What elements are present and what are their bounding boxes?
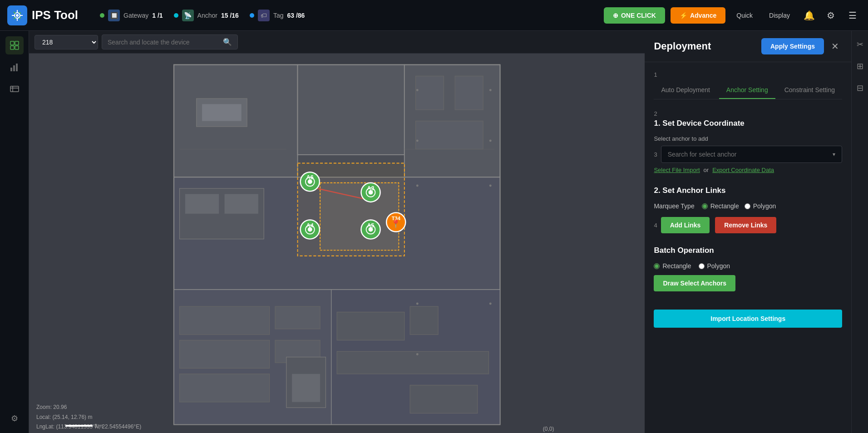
local-label: Local:	[36, 414, 51, 420]
tab-auto-deployment[interactable]: Auto Deployment	[654, 82, 717, 99]
floor-select[interactable]: 218	[35, 35, 98, 49]
batch-operation-title: Batch Operation	[654, 246, 842, 255]
zoom-status: Zoom: 20.96	[36, 403, 141, 413]
set-anchor-links-section: 2. Set Anchor Links Marquee Type Rectang…	[654, 186, 842, 233]
quick-button[interactable]: Quick	[731, 8, 758, 23]
device-stats: 🔲 Gateway 1 /1 📡 Anchor 15 /16 🏷 Tag 63 …	[100, 10, 593, 21]
svg-point-72	[489, 303, 492, 305]
step-4-indicator: 4	[654, 222, 657, 229]
polygon-radio-option[interactable]: Polygon	[745, 202, 776, 210]
bell-icon[interactable]: 🔔	[801, 7, 817, 24]
close-panel-button[interactable]: ✕	[828, 39, 842, 54]
svg-rect-35	[410, 385, 478, 413]
step-3-indicator: 3	[654, 151, 657, 158]
draw-select-anchors-button[interactable]: Draw Select Anchors	[654, 275, 735, 291]
gateway-label: Gateway	[123, 12, 148, 19]
batch-radio-row: Rectangle Polygon	[654, 262, 842, 270]
map-canvas[interactable]: A6 A3 A4 A5 T34	[29, 54, 645, 433]
batch-polygon-radio-option[interactable]: Polygon	[699, 262, 730, 270]
set-device-coordinate-section: 2 1. Set Device Coordinate Select anchor…	[654, 110, 842, 173]
batch-polygon-radio[interactable]	[699, 263, 705, 269]
section1-title: 1. Set Device Coordinate	[654, 119, 842, 128]
sidebar-map-button[interactable]	[5, 36, 24, 54]
logo-area: IPS Tool	[7, 5, 89, 25]
step-1-indicator: 1	[654, 71, 842, 78]
svg-rect-18	[202, 104, 242, 121]
polygon-radio[interactable]	[745, 203, 750, 209]
right-panel-container: Deployment Apply Settings ✕ 1 Auto Deplo…	[645, 31, 868, 433]
svg-rect-8	[16, 64, 18, 71]
origin-coords: (0,0)	[543, 426, 554, 432]
tab-constraint-setting[interactable]: Constraint Setting	[777, 82, 842, 99]
svg-rect-22	[185, 194, 219, 214]
panel-title: Deployment	[654, 40, 711, 52]
rectangle-radio[interactable]	[702, 203, 708, 209]
advance-icon: ⚡	[680, 12, 687, 19]
anchor-search-dropdown[interactable]: ▾	[661, 146, 842, 163]
panel-body: 1 Auto Deployment Anchor Setting Constra…	[645, 62, 851, 433]
svg-rect-15	[298, 65, 404, 155]
menu-icon[interactable]: ☰	[844, 7, 861, 24]
sidebar-floor-button[interactable]	[5, 80, 24, 98]
import-location-settings-button[interactable]: Import Location Settings	[654, 310, 842, 328]
scale-line	[65, 425, 93, 427]
floor-plan-svg: A6 A3 A4 A5 T34	[29, 54, 645, 433]
svg-point-65	[416, 139, 419, 142]
anchor-search-input[interactable]	[668, 151, 833, 158]
local-value: (25.14, 12.76) m	[52, 414, 92, 420]
apply-settings-button[interactable]: Apply Settings	[761, 38, 824, 54]
export-coordinate-button[interactable]: Export Coordinate Data	[712, 167, 774, 173]
header: IPS Tool 🔲 Gateway 1 /1 📡 Anchor 15 /16 …	[0, 0, 868, 31]
remove-links-button[interactable]: Remove Links	[715, 217, 776, 233]
svg-point-60	[369, 227, 373, 232]
side-grid-icon[interactable]: ⊞	[852, 58, 868, 74]
one-click-icon: ⊕	[613, 12, 618, 19]
device-search-bar[interactable]: 🔍	[102, 34, 238, 49]
step-2-indicator: 2	[654, 110, 657, 117]
anchor-stat: 📡 Anchor 15 /16	[174, 10, 239, 21]
select-anchor-label: Select anchor to add	[654, 135, 842, 142]
svg-rect-9	[10, 86, 19, 92]
tab-anchor-setting[interactable]: Anchor Setting	[719, 82, 775, 99]
app-title: IPS Tool	[32, 8, 78, 22]
section2-title: 2. Set Anchor Links	[654, 186, 842, 195]
dropdown-chevron-icon: ▾	[833, 151, 835, 157]
svg-point-70	[489, 139, 492, 142]
side-layers-icon[interactable]: ⊟	[852, 80, 868, 96]
svg-rect-34	[337, 351, 488, 374]
svg-point-52	[369, 190, 373, 195]
rectangle-radio-option[interactable]: Rectangle	[702, 202, 739, 210]
scale-label: 3 m	[94, 423, 103, 428]
svg-point-64	[416, 89, 419, 91]
settings-icon[interactable]: ⚙	[823, 7, 839, 24]
header-actions: ⊕ ONE CLICK ⚡ Advance Quick Display 🔔 ⚙ …	[604, 7, 861, 24]
svg-rect-4	[10, 46, 14, 49]
main-layout: ⚙ 218 🔍	[0, 31, 868, 433]
display-button[interactable]: Display	[764, 8, 795, 23]
marquee-radio-group: Rectangle Polygon	[702, 202, 776, 210]
select-file-import-button[interactable]: Select File Import	[654, 167, 700, 173]
anchor-dot	[174, 13, 178, 18]
sidebar-settings-bottom-button[interactable]: ⚙	[5, 409, 24, 428]
tag-stat: 🏷 Tag 63 /86	[250, 10, 305, 21]
svg-rect-38	[416, 76, 444, 110]
side-cut-icon[interactable]: ✂	[852, 36, 868, 53]
batch-rectangle-radio[interactable]	[654, 263, 660, 269]
svg-rect-30	[275, 306, 320, 329]
sidebar-analytics-button[interactable]	[5, 58, 24, 76]
one-click-button[interactable]: ⊕ ONE CLICK	[604, 7, 665, 24]
svg-point-71	[489, 185, 492, 187]
tag-dot	[250, 13, 254, 18]
svg-rect-40	[416, 121, 483, 149]
device-search-input[interactable]	[108, 39, 219, 46]
gateway-stat: 🔲 Gateway 1 /1	[100, 10, 163, 21]
anchor-label: Anchor	[197, 12, 217, 19]
map-area: 218 🔍	[29, 31, 645, 433]
advance-button[interactable]: ⚡ Advance	[671, 7, 725, 24]
add-links-button[interactable]: Add Links	[661, 217, 710, 233]
svg-rect-28	[180, 340, 270, 369]
zoom-value: 20.96	[53, 404, 67, 410]
lnglat-label: LngLat:	[36, 423, 54, 430]
batch-rectangle-radio-option[interactable]: Rectangle	[654, 262, 691, 270]
file-import-row: Select File Import or Export Coordinate …	[654, 167, 842, 173]
